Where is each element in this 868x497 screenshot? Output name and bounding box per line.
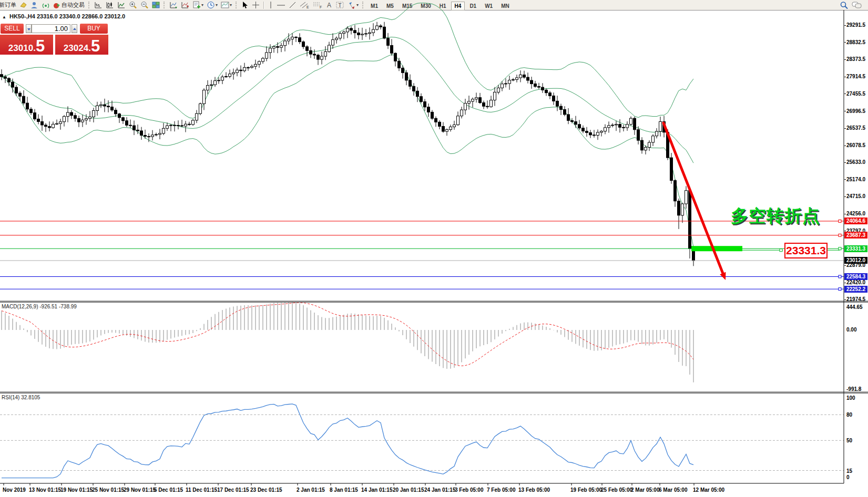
macd-axis-label: 0.00	[846, 327, 856, 333]
price-tick: 27455.5	[846, 91, 865, 97]
buy-price-frac: 5	[91, 39, 100, 54]
time-tick: 17 Dec 01:15	[217, 487, 249, 493]
chart-symbol-icon: ▲	[2, 15, 6, 19]
time-tick: 19 Feb 05:00	[570, 487, 602, 493]
price-tick: 24715.0	[846, 193, 865, 199]
time-tick: 25 Feb 05:00	[601, 487, 632, 493]
price-tick: 28832.5	[846, 39, 865, 45]
time-axis[interactable]: Nov 201913 Nov 01:1519 Nov 01:1525 Nov 0…	[0, 484, 868, 497]
price-tick-mark	[844, 42, 846, 43]
time-tick: 24 Jan 01:15	[424, 487, 456, 493]
sell-button[interactable]: SELL	[1, 24, 24, 34]
price-tick-mark	[844, 179, 846, 180]
time-tick: 13 Feb 05:00	[518, 487, 550, 493]
price-tick: 26996.5	[846, 108, 865, 114]
price-tick-mark	[844, 214, 846, 214]
chart-canvas[interactable]	[0, 0, 868, 497]
rsi-label: RSI(14) 32.8105	[2, 395, 40, 400]
chart-title: ▲ HK50-,H4 23316.0 23340.0 22866.0 23012…	[2, 13, 125, 19]
time-tick: 11 Dec 01:15	[186, 487, 217, 493]
price-tick: 21974.5	[846, 296, 865, 302]
price-tick: 22420.0	[846, 279, 865, 285]
price-level-badge: 23331.3	[844, 245, 867, 252]
price-tick-mark	[844, 77, 846, 77]
time-tick: 2 Mar 05:00	[631, 487, 659, 493]
rsi-axis-label: 100	[846, 395, 855, 401]
price-tick-mark	[844, 265, 846, 266]
volume-increase-button[interactable]	[72, 24, 77, 33]
buy-price-main: 23024	[64, 43, 88, 54]
price-tick: 26537.5	[846, 125, 865, 131]
time-tick: 5 Dec 01:15	[154, 487, 183, 493]
chart-ohlc: 23316.0 23340.0 22866.0 23012.0	[37, 13, 125, 19]
price-tick-mark	[844, 59, 846, 60]
time-tick: 2 Jan 01:15	[297, 487, 325, 493]
price-tick-mark	[844, 146, 846, 146]
macd-axis-label: -991.8	[846, 386, 861, 392]
price-level-badge: 23012.0	[844, 257, 867, 264]
time-tick: 25 Nov 01:15	[92, 487, 124, 493]
price-label-box[interactable]: 23331.3	[784, 243, 828, 258]
time-tick: 14 Jan 01:15	[361, 487, 393, 493]
price-tick-mark	[844, 283, 846, 283]
sell-price[interactable]: 23010 . 5	[0, 35, 53, 55]
price-tick-mark	[844, 111, 846, 111]
price-level-badge: 22252.2	[844, 286, 867, 293]
price-tick: 25633.0	[846, 159, 865, 165]
price-tick: 27914.5	[846, 74, 865, 79]
price-tick-mark	[844, 128, 846, 129]
time-tick: 3 Feb 05:00	[455, 487, 483, 493]
macd-axis-label: 444.65	[846, 304, 863, 310]
rsi-axis-label: 0	[846, 474, 850, 480]
time-tick: Nov 2019	[3, 487, 26, 493]
buy-button[interactable]: BUY	[80, 24, 108, 34]
time-tick: 19 Nov 01:15	[60, 487, 93, 493]
chart-symbol-period: HK50-,H4	[9, 13, 35, 19]
price-tick: 29291.5	[846, 22, 865, 28]
price-tick-mark	[844, 25, 846, 26]
time-tick: 23 Dec 01:15	[250, 487, 282, 493]
time-tick: 6 Mar 05:00	[659, 487, 687, 493]
sell-price-frac: 5	[36, 39, 45, 54]
trade-controls-row: SELL BUY	[0, 24, 108, 34]
time-tick: 13 Nov 01:15	[29, 487, 61, 493]
price-tick: 25174.0	[846, 177, 865, 182]
turning-point-annotation[interactable]: 多空转折点	[731, 204, 820, 228]
price-tick: 26078.5	[846, 142, 865, 148]
time-tick: 29 Nov 01:15	[124, 487, 156, 493]
price-level-badge: 22584.3	[844, 273, 867, 280]
buy-price[interactable]: 23024 . 5	[55, 35, 108, 55]
volume-input[interactable]	[32, 24, 70, 33]
one-click-trading-panel: SELL BUY 23010 . 5 23024 . 5	[0, 22, 108, 55]
price-tick: 28373.5	[846, 56, 865, 62]
rsi-axis-label: 80	[846, 412, 852, 418]
time-tick: 8 Jan 01:15	[330, 487, 358, 493]
time-tick: 7 Feb 05:00	[487, 487, 515, 493]
volume-decrease-button[interactable]	[26, 24, 32, 33]
price-tick: 24256.0	[846, 211, 865, 216]
rsi-axis-label: 15	[846, 468, 852, 474]
rsi-axis-label: 50	[846, 438, 852, 443]
price-tick-mark	[844, 94, 846, 94]
price-level-badge: 24064.6	[844, 218, 867, 224]
mt4-window: 新订单 自动交易	[0, 0, 868, 497]
price-tick-mark	[844, 299, 846, 300]
price-level-badge: 23687.3	[844, 232, 867, 239]
price-tick-mark	[844, 162, 846, 163]
price-tick-mark	[844, 196, 846, 197]
time-tick: 20 Jan 01:15	[393, 487, 424, 493]
time-tick: 12 Mar 05:00	[693, 487, 724, 493]
macd-label: MACD(12,26,9) -926.51 -738.99	[2, 304, 77, 309]
price-axis[interactable]: 29291.528832.528373.527914.527455.526996…	[844, 10, 868, 483]
sell-price-main: 23010	[8, 43, 33, 54]
